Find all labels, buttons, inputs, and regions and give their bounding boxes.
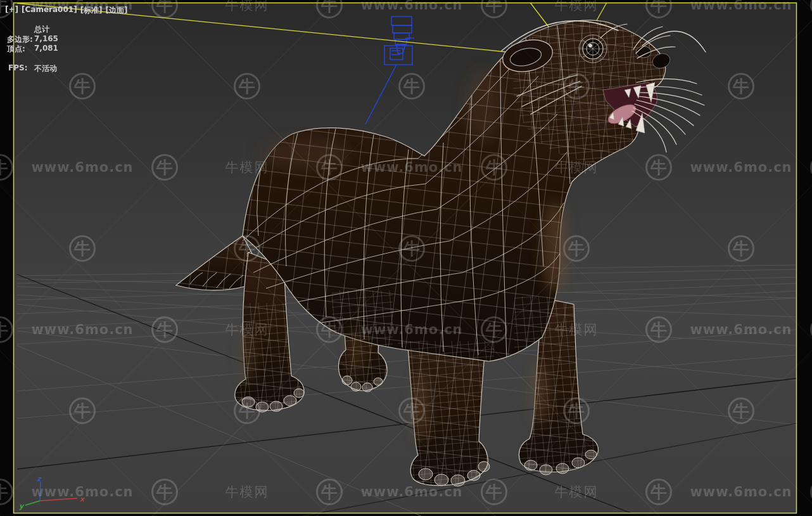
stats-fps-label: FPS: xyxy=(8,63,27,72)
viewport-label: [+] [Camera001] [标准] [边面] xyxy=(5,5,128,16)
viewport-menu-render-style[interactable]: [标准] xyxy=(80,5,103,16)
stats-vertices-label: 顶点: xyxy=(7,44,25,55)
stats-fps-value: 不活动 xyxy=(34,63,57,74)
stats-vertices-value: 7,081 xyxy=(34,44,58,53)
viewport-menu-expand[interactable]: [+] xyxy=(5,5,18,16)
stats-total-header: 总计 xyxy=(34,24,49,35)
scene-3d: x y z xyxy=(0,0,812,516)
otter-eye xyxy=(579,35,607,63)
viewport-menu-face-mode[interactable]: [边面] xyxy=(106,5,128,16)
viewport-menu-camera[interactable]: [Camera001] xyxy=(22,5,77,16)
max-viewport: x y z 牛www.6mo.cn牛牛模网牛www.6mo.cn牛牛模网牛www… xyxy=(0,0,812,516)
stats-polygons-value: 7,165 xyxy=(34,34,58,43)
